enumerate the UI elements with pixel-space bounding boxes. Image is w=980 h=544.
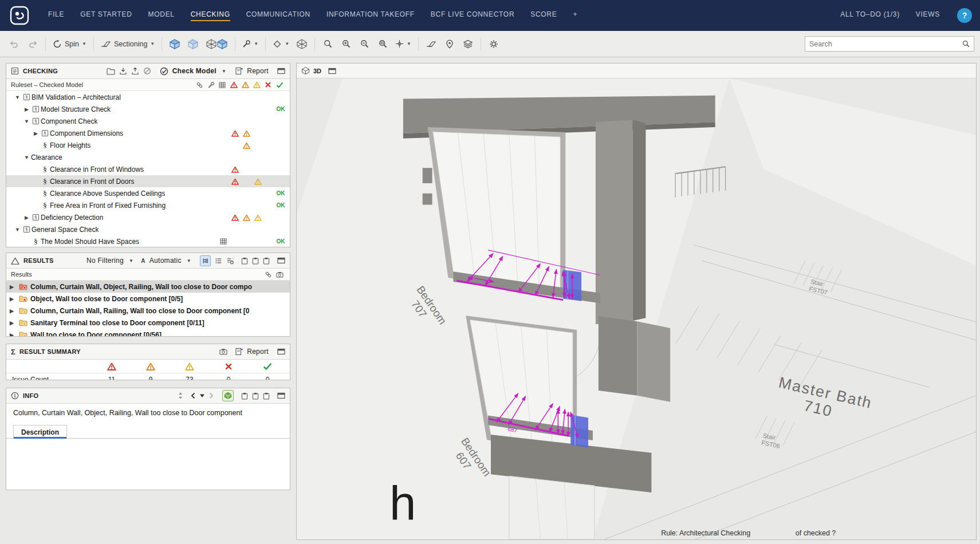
check-model-icon[interactable] xyxy=(160,67,168,76)
checking-tree-row[interactable]: ▼§BIM Validation – Architectural xyxy=(6,91,290,103)
table-column-icon[interactable] xyxy=(217,82,228,88)
zoom-in-icon[interactable] xyxy=(337,35,355,53)
transparency-icon[interactable] xyxy=(203,35,231,53)
open-ruleset-icon[interactable] xyxy=(107,68,115,75)
expand-icon[interactable]: ▶ xyxy=(10,320,16,326)
clip-plane-icon[interactable] xyxy=(423,35,440,53)
layers-icon[interactable] xyxy=(459,35,477,53)
panel-window-icon[interactable] xyxy=(277,392,285,399)
nav-item-score[interactable]: SCORE xyxy=(522,0,565,31)
clipboard-view-icon[interactable] xyxy=(263,392,270,400)
zoom-icon[interactable] xyxy=(319,35,336,53)
checking-tree-row[interactable]: ▼§General Space Check xyxy=(6,223,290,235)
redo-button[interactable] xyxy=(24,35,41,53)
report-button[interactable]: Report xyxy=(247,348,269,356)
sectioning-button[interactable]: Sectioning▼ xyxy=(98,35,158,53)
zoom-window-icon[interactable] xyxy=(374,35,391,53)
select-tool-button[interactable]: ▼ xyxy=(392,35,414,53)
nav-item-file[interactable]: FILE xyxy=(40,0,72,31)
zoom-out-icon[interactable] xyxy=(356,35,373,53)
panel-window-icon[interactable] xyxy=(277,68,285,74)
checking-tree-row[interactable]: ▶§Model Structure CheckOK xyxy=(6,103,290,115)
import-icon[interactable] xyxy=(119,67,127,75)
hierarchy-view-icon[interactable] xyxy=(200,255,211,266)
severity-moderate-icon[interactable] xyxy=(239,81,251,88)
collapse-icon[interactable]: ▼ xyxy=(13,227,22,232)
list-view-icon[interactable] xyxy=(215,257,222,265)
expand-icon[interactable]: ▶ xyxy=(10,284,16,290)
checking-tree-row[interactable]: ▼§Component Check xyxy=(6,115,290,127)
expand-icon[interactable]: ▶ xyxy=(32,131,40,136)
nav-item-communication[interactable]: COMMUNICATION xyxy=(238,0,318,31)
severity-critical-icon[interactable] xyxy=(228,81,239,88)
view-direction-button[interactable]: ▼ xyxy=(270,35,292,53)
expand-icon[interactable]: ▶ xyxy=(22,107,31,112)
list-settings-icon[interactable] xyxy=(226,257,234,265)
clipboard-copy-icon[interactable] xyxy=(241,257,248,265)
snapshot-icon[interactable] xyxy=(219,348,227,355)
nav-item-all-todo[interactable]: ALL TO–DO (1/3) xyxy=(832,0,908,31)
wrench-icon[interactable] xyxy=(205,81,217,89)
result-list-item[interactable]: ▶Column, Curtain Wall, Railing, Wall too… xyxy=(6,305,290,317)
rejected-column-icon[interactable] xyxy=(262,81,274,88)
collapse-icon[interactable]: ▼ xyxy=(22,119,31,124)
link-icon[interactable] xyxy=(194,81,205,89)
map-pin-icon[interactable] xyxy=(441,35,458,53)
tab-description[interactable]: Description xyxy=(13,425,67,439)
expand-icon[interactable]: ▶ xyxy=(10,332,16,337)
nav-item-get-started[interactable]: GET STARTED xyxy=(72,0,140,31)
severity-low-icon[interactable] xyxy=(251,81,262,88)
expand-icon[interactable]: ▶ xyxy=(10,296,16,302)
result-list-item[interactable]: ▶Sanitary Terminal too close to Door com… xyxy=(6,317,290,329)
result-list-item[interactable]: ▶Column, Curtain Wall, Object, Railing, … xyxy=(6,281,290,293)
chevron-down-icon[interactable]: ▼ xyxy=(187,258,191,263)
collapse-icon[interactable]: ▼ xyxy=(13,94,22,100)
automatic-icon[interactable]: A xyxy=(141,258,145,264)
chevron-down-icon[interactable]: ▼ xyxy=(129,258,133,263)
help-button[interactable]: ? xyxy=(957,8,972,23)
app-logo[interactable] xyxy=(8,4,31,27)
clipboard-add-icon[interactable] xyxy=(252,392,259,400)
report-icon[interactable] xyxy=(235,67,243,75)
panel-window-icon[interactable] xyxy=(328,68,336,74)
hide-selected-icon[interactable] xyxy=(184,35,202,53)
report-icon[interactable] xyxy=(235,348,243,356)
nav-item-bcf-live-connector[interactable]: BCF LIVE CONNECTOR xyxy=(423,0,522,31)
pick-tool-button[interactable]: ▼ xyxy=(239,35,261,53)
clipboard-add-icon[interactable] xyxy=(252,257,259,265)
sort-icon[interactable] xyxy=(178,392,183,400)
clipboard-view-icon[interactable] xyxy=(263,257,270,265)
previous-icon[interactable] xyxy=(191,392,195,399)
checking-tree-row[interactable]: §Clearance in Front of Windows xyxy=(6,163,290,175)
link-icon[interactable] xyxy=(262,271,274,278)
nav-item--[interactable]: + xyxy=(565,0,585,31)
nav-item-views[interactable]: VIEWS xyxy=(908,0,948,31)
show-selected-icon[interactable] xyxy=(166,35,183,53)
checking-tree-row[interactable]: ▶§Component Dimensions xyxy=(6,127,290,139)
report-button[interactable]: Report xyxy=(247,67,269,75)
search-input[interactable] xyxy=(809,40,959,48)
panel-window-icon[interactable] xyxy=(277,348,285,355)
result-list-item[interactable]: ▶Object, Wall too close to Door componen… xyxy=(6,293,290,305)
collapse-icon[interactable]: ▼ xyxy=(22,155,31,160)
checking-tree-row[interactable]: §The Model Should Have SpacesOK xyxy=(6,235,290,247)
expand-icon[interactable]: ▶ xyxy=(22,215,31,220)
spin-button[interactable]: Spin▼ xyxy=(50,35,89,53)
clipboard-copy-icon[interactable] xyxy=(241,392,248,400)
nav-item-information-takeoff[interactable]: INFORMATION TAKEOFF xyxy=(318,0,423,31)
expand-icon[interactable]: ▶ xyxy=(10,308,16,314)
dropdown-triangle-icon[interactable] xyxy=(199,393,205,398)
accepted-column-icon[interactable] xyxy=(274,82,285,88)
checking-tree-row[interactable]: §Clearance in Front of Doors xyxy=(6,175,290,187)
3d-model-canvas[interactable]: 687 Bedroom 707 Bedroom 607 Master Bath … xyxy=(297,78,976,539)
checking-tree-row[interactable]: ▶§Deficiency Detection xyxy=(6,211,290,223)
filtering-dropdown[interactable]: No Filtering xyxy=(86,257,124,265)
show-in-3d-toggle[interactable] xyxy=(222,390,234,401)
checking-tree-row[interactable]: §Floor Heights xyxy=(6,139,290,151)
snapshot-icon[interactable] xyxy=(274,271,285,278)
export-icon[interactable] xyxy=(131,67,139,75)
check-model-button[interactable]: Check Model xyxy=(172,67,217,75)
checking-tree-row[interactable]: §Free Area in Front of Fixed FurnishingO… xyxy=(6,199,290,211)
nav-item-model[interactable]: MODEL xyxy=(140,0,183,31)
wireframe-cube-icon[interactable] xyxy=(293,35,310,53)
